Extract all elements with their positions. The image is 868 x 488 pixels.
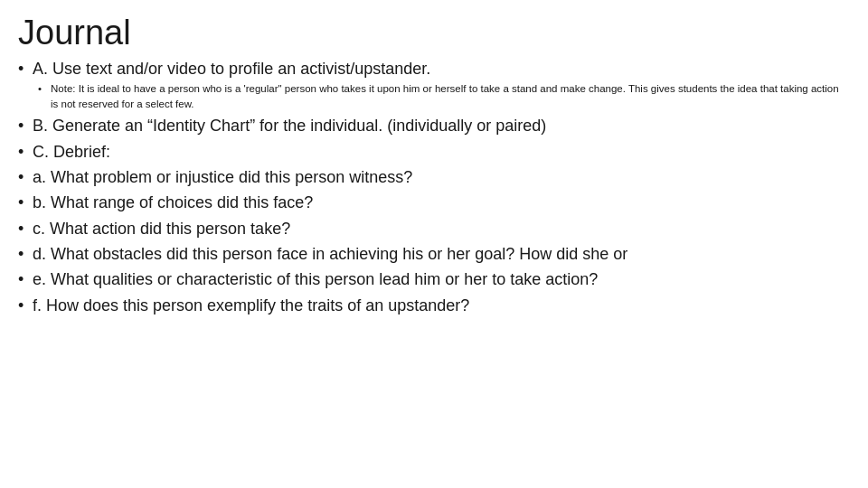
- sub-item-note-text: Note: It is ideal to have a person who i…: [51, 83, 839, 109]
- item-c2-text: c. What action did this person take?: [33, 220, 290, 238]
- list-item-c: C. Debrief:: [33, 141, 846, 163]
- list-item-d: d. What obstacles did this person face i…: [33, 243, 846, 265]
- list-item-f: f. How does this person exemplify the tr…: [33, 295, 846, 316]
- item-a2-text: a. What problem or injustice did this pe…: [33, 168, 412, 186]
- list-item-a: A. Use text and/or video to profile an a…: [33, 58, 846, 112]
- item-b2-text: b. What range of choices did this face?: [33, 193, 313, 211]
- sub-list-a: Note: It is ideal to have a person who i…: [33, 81, 846, 111]
- list-item-e: e. What qualities or characteristic of t…: [33, 268, 846, 290]
- item-d-text: d. What obstacles did this person face i…: [33, 245, 627, 263]
- item-c-text: C. Debrief:: [33, 143, 110, 161]
- page-title: Journal: [18, 14, 846, 52]
- list-item-b2: b. What range of choices did this face?: [33, 192, 846, 213]
- item-b-text: B. Generate an “Identity Chart” for the …: [33, 117, 546, 135]
- list-item-b: B. Generate an “Identity Chart” for the …: [33, 115, 846, 136]
- page: Journal A. Use text and/or video to prof…: [0, 0, 868, 488]
- item-e-text: e. What qualities or characteristic of t…: [33, 270, 598, 288]
- sub-item-note: Note: It is ideal to have a person who i…: [51, 81, 846, 111]
- list-item-a2: a. What problem or injustice did this pe…: [33, 166, 846, 188]
- item-f-text: f. How does this person exemplify the tr…: [33, 296, 469, 314]
- item-a-text: A. Use text and/or video to profile an a…: [33, 60, 430, 78]
- list-item-c2: c. What action did this person take?: [33, 218, 846, 239]
- main-list: A. Use text and/or video to profile an a…: [18, 58, 846, 316]
